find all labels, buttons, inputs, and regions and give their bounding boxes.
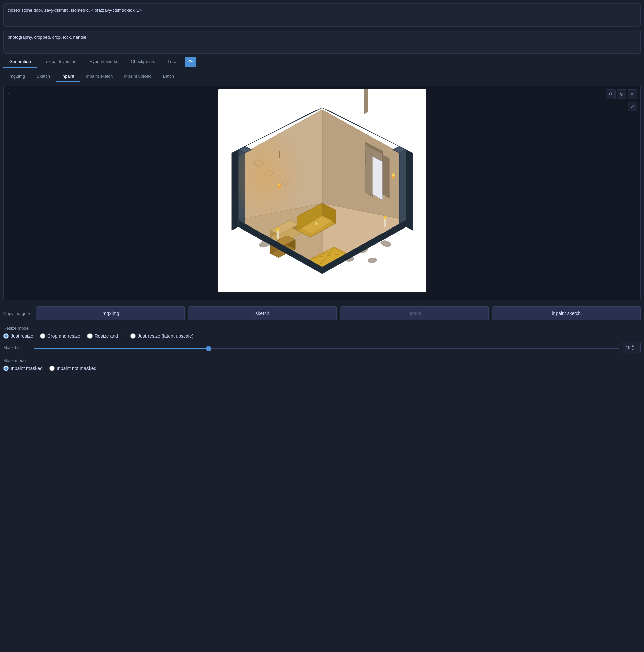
svg-marker-62 bbox=[232, 150, 238, 230]
svg-marker-63 bbox=[406, 150, 413, 230]
sub-tab-batch[interactable]: Batch bbox=[158, 71, 179, 82]
erase-button[interactable]: ⊘ bbox=[617, 89, 626, 99]
negative-prompt-input[interactable] bbox=[8, 34, 636, 47]
resize-mode-section: Resize mode Just resize Crop and resize … bbox=[0, 323, 644, 340]
positive-prompt-container bbox=[3, 3, 641, 27]
svg-point-42 bbox=[315, 221, 319, 225]
svg-marker-14 bbox=[399, 146, 406, 227]
positive-prompt-input[interactable] bbox=[8, 7, 636, 20]
refresh-button[interactable]: ⟳ bbox=[185, 57, 196, 67]
canvas-info-icon: i bbox=[8, 90, 9, 96]
svg-marker-22 bbox=[366, 152, 372, 197]
resize-mode-label: Resize mode bbox=[3, 326, 641, 331]
close-button[interactable]: ✕ bbox=[627, 89, 637, 99]
mask-blur-label: Mask blur bbox=[3, 345, 30, 350]
copy-image-label: Copy image to: bbox=[3, 311, 32, 316]
copy-to-inpaint-sketch-button[interactable]: inpaint sketch bbox=[492, 306, 641, 320]
canvas-image-wrapper[interactable] bbox=[7, 89, 637, 292]
main-tabs-row: Generation Textual Inversion Hypernetwor… bbox=[0, 56, 644, 69]
tab-textual-inversion[interactable]: Textual Inversion bbox=[37, 56, 82, 68]
resize-canvas-button[interactable]: ⤢ bbox=[627, 102, 637, 111]
mask-inpaint-not-masked[interactable]: Inpaint not masked bbox=[49, 365, 96, 371]
mask-blur-row: Mask blur 19 ▲ ▼ bbox=[0, 340, 644, 355]
resize-latent-upscale[interactable]: Just resize (latent upscale) bbox=[130, 333, 194, 339]
canvas-controls: ↺ ⊘ ✕ ⤢ bbox=[606, 89, 637, 99]
svg-marker-23 bbox=[383, 155, 389, 198]
copy-to-img2img-button[interactable]: img2img bbox=[36, 306, 184, 320]
svg-point-60 bbox=[276, 228, 279, 231]
svg-point-29 bbox=[392, 173, 394, 176]
copy-to-sketch-button[interactable]: sketch bbox=[188, 306, 337, 320]
sub-tab-img2img[interactable]: img2img bbox=[3, 71, 30, 82]
sub-tab-inpaint[interactable]: Inpaint bbox=[56, 71, 80, 82]
tab-generation[interactable]: Generation bbox=[3, 56, 37, 68]
svg-rect-59 bbox=[277, 230, 279, 239]
tab-lora[interactable]: Lora bbox=[161, 56, 182, 68]
resize-just-resize[interactable]: Just resize bbox=[3, 333, 33, 339]
mask-blur-spinner[interactable]: ▲ ▼ bbox=[631, 344, 634, 351]
mask-blur-slider-wrapper bbox=[33, 345, 619, 350]
tab-checkpoints[interactable]: Checkpoints bbox=[125, 56, 161, 68]
sub-tab-inpaint-sketch[interactable]: Inpaint sketch bbox=[80, 71, 118, 82]
mask-blur-value: 19 bbox=[625, 345, 630, 350]
sub-tabs-row: img2img Sketch Inpaint Inpaint sketch In… bbox=[0, 69, 644, 82]
tab-hypernetworks[interactable]: Hypernetworks bbox=[83, 56, 124, 68]
svg-rect-57 bbox=[384, 218, 386, 227]
resize-mode-options: Just resize Crop and resize Resize and f… bbox=[3, 333, 641, 339]
canvas-container: i bbox=[3, 86, 641, 300]
undo-button[interactable]: ↺ bbox=[606, 89, 616, 99]
mask-blur-value-box: 19 ▲ ▼ bbox=[622, 342, 641, 353]
copy-image-row: Copy image to: img2img sketch inpaint in… bbox=[0, 303, 644, 323]
svg-rect-20 bbox=[364, 89, 368, 114]
resize-and-fill[interactable]: Resize and fill bbox=[87, 333, 124, 339]
svg-point-58 bbox=[384, 216, 386, 219]
sub-tab-inpaint-upload[interactable]: Inpaint upload bbox=[119, 71, 157, 82]
mask-mode-section: Mask mode Inpaint masked Inpaint not mas… bbox=[0, 355, 644, 372]
mask-mode-label: Mask mode bbox=[3, 358, 641, 363]
canvas-image bbox=[218, 89, 426, 292]
mask-inpaint-masked[interactable]: Inpaint masked bbox=[3, 365, 43, 371]
resize-crop-and-resize[interactable]: Crop and resize bbox=[40, 333, 80, 339]
sub-tab-sketch[interactable]: Sketch bbox=[31, 71, 55, 82]
mask-blur-slider[interactable] bbox=[33, 348, 619, 349]
negative-prompt-container bbox=[3, 30, 641, 54]
mask-mode-options: Inpaint masked Inpaint not masked bbox=[3, 365, 641, 371]
copy-to-inpaint-button[interactable]: inpaint bbox=[340, 306, 488, 320]
